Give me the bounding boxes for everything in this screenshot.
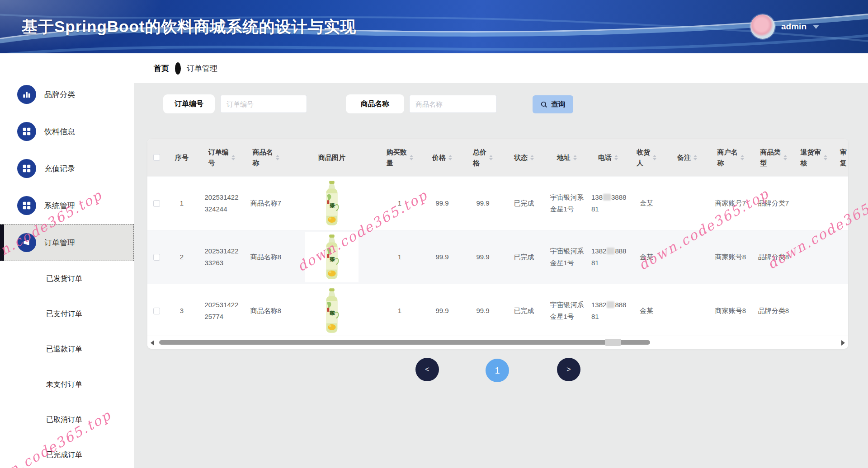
- table-header-cell: 价格: [422, 152, 462, 163]
- cell-price: 99.9: [422, 197, 462, 209]
- search-button[interactable]: 查询: [533, 95, 573, 113]
- scroll-left-icon[interactable]: [151, 340, 154, 346]
- table-header-cell: 商品图片: [287, 152, 377, 163]
- column-label: 商品类 型: [760, 147, 781, 168]
- scrollbar-thumb[interactable]: [159, 340, 650, 345]
- row-checkbox[interactable]: [153, 200, 160, 207]
- table-header-row: 序号 订单编 号 商品名 称 商品图片 购买数 量 价格 总价 格 状态 地址 …: [147, 139, 848, 176]
- sidebar-sub-item[interactable]: 已支付订单: [0, 296, 134, 332]
- breadcrumb-home[interactable]: 首页: [154, 63, 169, 74]
- sort-carets-icon[interactable]: [824, 155, 827, 160]
- cell-status: 已完成: [504, 197, 544, 209]
- column-label: 电话: [598, 152, 612, 163]
- sort-carets-icon[interactable]: [783, 155, 787, 160]
- table-header-cell: 审 复: [834, 147, 848, 168]
- column-label: 总价 格: [473, 147, 486, 168]
- sort-carets-icon[interactable]: [741, 155, 744, 160]
- product-image-box: 绿茶: [305, 178, 359, 229]
- scroll-right-icon[interactable]: [841, 340, 845, 346]
- cell-product_type: 品牌分类7: [753, 197, 794, 209]
- sidebar-sub-item[interactable]: 已取消订单: [0, 402, 134, 437]
- pagination-page-1[interactable]: 1: [486, 359, 509, 382]
- row-checkbox[interactable]: [153, 308, 160, 314]
- pagination-next-button[interactable]: >: [557, 358, 580, 381]
- pagination-prev-button[interactable]: <: [415, 358, 439, 381]
- cell-product_type: 品牌分类8: [753, 251, 794, 263]
- cell-address: 宇宙银河系 金星1号: [544, 299, 590, 323]
- table-header-cell: 商品名 称: [245, 147, 287, 168]
- cell-product_name: 商品名称8: [245, 305, 287, 317]
- table-header-cell: 商户名 称: [708, 147, 753, 168]
- cell-status: 已完成: [504, 305, 544, 317]
- table-header-cell: 退货审 核: [794, 147, 834, 168]
- sidebar-item-1[interactable]: 品牌分类: [0, 76, 134, 113]
- table-header-cell: 地址: [544, 152, 590, 163]
- sidebar-sub-item[interactable]: 已退款订单: [0, 332, 134, 367]
- sidebar-item-2[interactable]: 饮料信息: [0, 113, 134, 150]
- search-icon: [540, 101, 548, 108]
- green-tea-bottle-image: 绿茶: [322, 180, 342, 226]
- redacted-digits: [603, 194, 611, 201]
- order-no-label: 订单编号: [163, 94, 215, 113]
- table-header-cell: 状态: [504, 152, 544, 163]
- sort-carets-icon[interactable]: [614, 155, 618, 160]
- product-name-input[interactable]: [409, 95, 497, 113]
- table-header-cell: 购买数 量: [377, 147, 422, 168]
- sidebar-sub-item-label: 已发货订单: [46, 274, 82, 284]
- sidebar-sub-item-label: 已支付订单: [46, 309, 82, 319]
- sort-carets-icon[interactable]: [231, 155, 235, 160]
- cell-address: 宇宙银河系 金星1号: [544, 245, 590, 269]
- sort-carets-icon[interactable]: [448, 155, 452, 160]
- breadcrumb: 首页 订单管理: [134, 53, 868, 83]
- user-menu[interactable]: admin: [750, 0, 819, 53]
- row-checkbox[interactable]: [153, 154, 160, 161]
- order-no-input[interactable]: [220, 95, 307, 113]
- sidebar-sub-menu: 已发货订单 已支付订单 已退款订单 未支付订单 已取消订单 已完成订单: [0, 261, 134, 468]
- sidebar-item-icon-circle: [17, 233, 36, 252]
- bar-chart-icon: [22, 89, 32, 99]
- avatar[interactable]: [750, 14, 775, 39]
- order-tag-icon: [22, 238, 32, 248]
- column-label: 价格: [432, 152, 446, 163]
- cell-receiver: 金某: [627, 305, 666, 317]
- cell-receiver: 金某: [627, 251, 666, 263]
- sidebar-sub-item[interactable]: 未支付订单: [0, 367, 134, 402]
- cell-order_no: 202531422 25774: [198, 299, 245, 323]
- sort-carets-icon[interactable]: [653, 155, 656, 160]
- sidebar-sub-item-label: 已完成订单: [46, 450, 82, 460]
- sidebar-item-5[interactable]: 订单管理: [0, 224, 134, 261]
- sort-carets-icon[interactable]: [530, 155, 534, 160]
- table-row: 3202531422 25774商品名称8 绿茶 199.999.9已完成宇宙银…: [147, 284, 848, 337]
- sort-carets-icon[interactable]: [276, 155, 279, 160]
- sidebar-item-icon-circle: [17, 196, 36, 215]
- cell-index: 2: [165, 251, 198, 263]
- cell-price: 99.9: [422, 251, 462, 263]
- redacted-digits: [607, 248, 614, 254]
- column-label: 序号: [175, 152, 189, 163]
- sort-carets-icon[interactable]: [693, 155, 697, 160]
- table-body: 1202531422 324244商品名称7 绿茶 199.999.9已完成宇宙…: [147, 176, 848, 337]
- row-checkbox[interactable]: [153, 254, 160, 261]
- sidebar-sub-item-label: 已退款订单: [46, 345, 82, 354]
- search-button-label: 查询: [551, 100, 566, 109]
- sort-carets-icon[interactable]: [410, 155, 413, 160]
- sidebar-item-4[interactable]: 系统管理: [0, 187, 134, 224]
- cell-receiver: 金某: [627, 197, 666, 209]
- sidebar: 品牌分类 饮料信息 充值记录 系统管理 订单管理 已发货订单 已支付订单 已退款…: [0, 53, 134, 468]
- cell-quantity: 1: [377, 251, 422, 263]
- sort-carets-icon[interactable]: [573, 155, 577, 160]
- sidebar-item-label: 订单管理: [44, 238, 75, 248]
- app-header: 基于SpringBoot的饮料商城系统的设计与实现 admin: [0, 0, 868, 53]
- scrollbar-handle[interactable]: [605, 339, 621, 346]
- breadcrumb-divider: [175, 62, 181, 75]
- sidebar-main-menu: 品牌分类 饮料信息 充值记录 系统管理 订单管理: [0, 53, 134, 261]
- sidebar-item-label: 品牌分类: [44, 89, 75, 100]
- user-name: admin: [781, 22, 807, 32]
- sort-carets-icon[interactable]: [489, 155, 493, 160]
- sidebar-sub-item[interactable]: 已发货订单: [0, 261, 134, 296]
- cell-product_image: 绿茶: [287, 178, 377, 229]
- sidebar-sub-item[interactable]: 已完成订单: [0, 437, 134, 468]
- cell-phone: 138288881: [590, 299, 627, 323]
- cell-quantity: 1: [377, 305, 422, 317]
- sidebar-item-3[interactable]: 充值记录: [0, 150, 134, 187]
